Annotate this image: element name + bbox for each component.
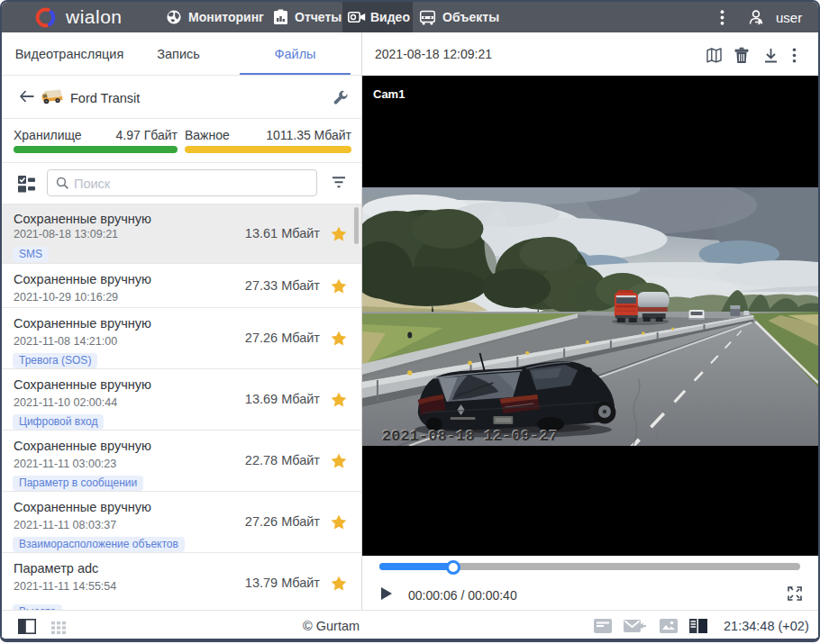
svg-text:2021-08-18 12-09-27: 2021-08-18 12-09-27: [382, 428, 559, 445]
